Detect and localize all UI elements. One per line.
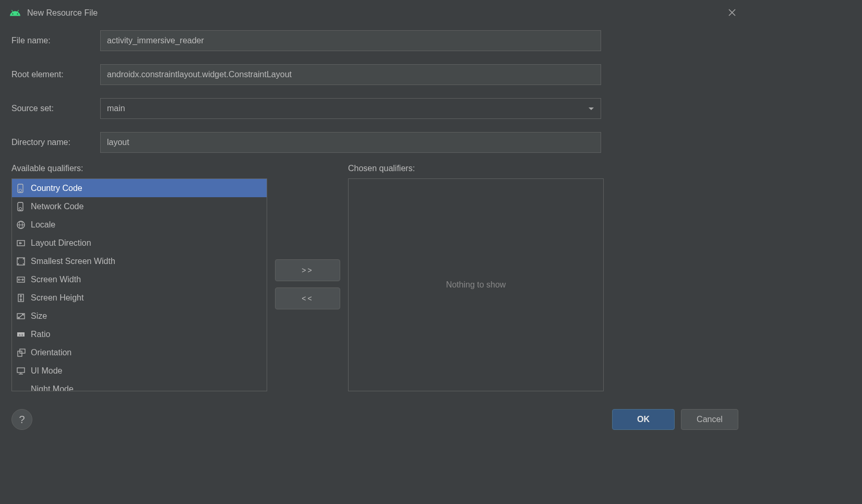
list-item[interactable]: 4:3Ratio [12,325,267,343]
available-qualifiers-label: Available qualifiers: [11,164,267,173]
arrow-left-icon [15,237,27,249]
arrow-v-icon [15,292,27,304]
chevron-down-icon [588,104,594,113]
list-item-label: Layout Direction [31,238,91,248]
file-name-label: File name: [11,36,100,45]
svg-point-1 [19,189,22,191]
list-item-label: Size [31,311,47,321]
globe-icon [15,219,27,231]
titlebar: New Resource File [0,0,750,26]
help-button[interactable]: ? [11,409,32,430]
dialog-footer: ? OK Cancel [0,401,750,438]
list-item-label: Screen Width [31,275,81,284]
list-item[interactable]: Layout Direction [12,234,267,252]
source-set-select[interactable]: main [100,98,601,119]
close-icon[interactable] [724,5,740,21]
svg-text:4:3: 4:3 [19,333,23,336]
list-item[interactable]: Locale [12,215,267,234]
android-icon [9,7,21,19]
arrow-h-icon [15,274,27,285]
list-item[interactable]: Smallest Screen Width [12,252,267,270]
move-right-button[interactable]: >> [275,259,340,281]
list-item[interactable]: Night Mode [12,380,267,391]
list-item[interactable]: Country Code [12,179,267,197]
moon-icon [15,383,27,392]
list-item-label: Country Code [31,184,82,193]
file-name-input[interactable] [100,30,601,51]
list-item[interactable]: Size [12,307,267,325]
svg-rect-16 [17,368,25,373]
list-item[interactable]: Screen Height [12,289,267,307]
diag-icon [15,310,27,322]
chosen-empty-text: Nothing to show [446,280,506,290]
desk-icon [15,365,27,377]
form-area: File name: Root element: Source set: mai… [0,26,750,166]
list-item[interactable]: Orientation [12,343,267,362]
chosen-qualifiers-label: Chosen qualifiers: [348,164,604,173]
chosen-qualifiers-list[interactable]: Nothing to show [348,178,604,391]
list-item[interactable]: Screen Width [12,270,267,289]
svg-point-3 [19,207,22,210]
list-item-label: Screen Height [31,293,83,303]
sim-icon [15,183,27,194]
dialog-title: New Resource File [27,8,98,18]
directory-name-input[interactable] [100,132,601,153]
ratio-icon: 4:3 [15,329,27,340]
svg-rect-0 [18,184,23,193]
list-item-label: Orientation [31,348,71,357]
available-qualifiers-list[interactable]: Country CodeNetwork CodeLocaleLayout Dir… [11,178,267,391]
root-element-input[interactable] [100,64,601,85]
list-item[interactable]: UI Mode [12,362,267,380]
root-element-label: Root element: [11,70,100,79]
list-item-label: Ratio [31,330,50,339]
ok-button[interactable]: OK [612,409,675,430]
cancel-button[interactable]: Cancel [681,409,738,430]
help-icon: ? [19,414,25,426]
directory-name-label: Directory name: [11,138,100,147]
qualifiers-area: Available qualifiers: Country CodeNetwor… [0,164,750,391]
list-item-label: Smallest Screen Width [31,257,115,266]
new-resource-dialog: New Resource File File name: Root elemen… [0,0,750,438]
orient-icon [15,347,27,358]
list-item[interactable]: Network Code [12,197,267,215]
list-item-label: UI Mode [31,366,62,376]
list-item-label: Locale [31,220,55,230]
source-set-value: main [107,104,125,113]
expand-4-icon [15,256,27,267]
sim-icon [15,201,27,212]
list-item-label: Night Mode [31,385,74,392]
move-left-button[interactable]: << [275,287,340,309]
svg-rect-2 [18,202,23,211]
source-set-label: Source set: [11,104,100,113]
list-item-label: Network Code [31,202,83,211]
